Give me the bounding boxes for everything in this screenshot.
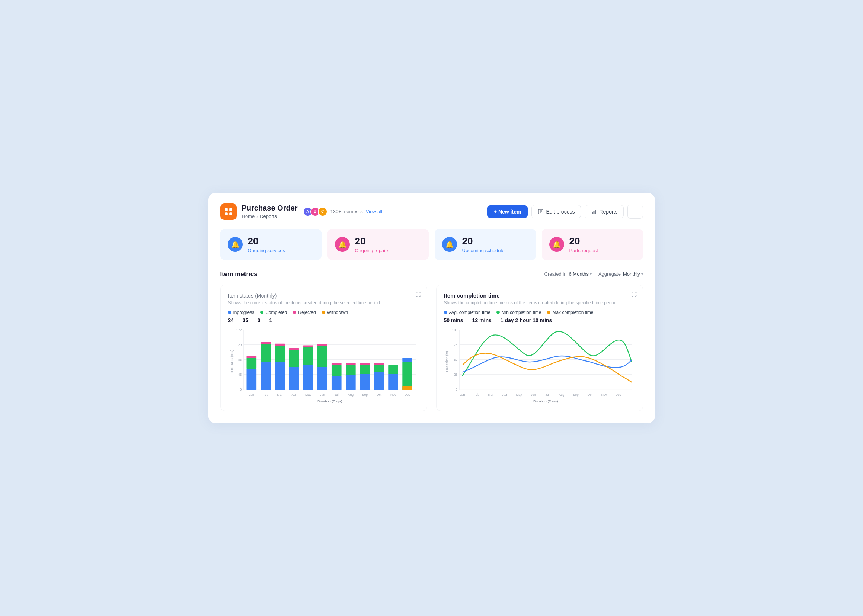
svg-text:Feb: Feb — [474, 393, 479, 396]
bell-icon: 🔔 — [442, 237, 457, 252]
svg-rect-2 — [225, 212, 228, 215]
view-all-link[interactable]: View all — [366, 209, 383, 214]
svg-text:50: 50 — [454, 358, 457, 361]
stat-number: 20 — [355, 236, 390, 247]
svg-text:Aug: Aug — [348, 393, 353, 396]
stat-min: 12 mins — [472, 317, 491, 323]
svg-rect-27 — [260, 344, 271, 361]
stat-inprogress: 24 — [228, 317, 234, 323]
expand-icon[interactable]: ⛶ — [632, 292, 637, 298]
line-chart-outer: 100 75 50 25 0 Time taken (hr) Jan Feb — [444, 326, 635, 405]
legend-dot-max — [547, 311, 550, 314]
stats-row: 🔔 20 Ongoing services 🔔 20 Ongoing repai… — [220, 229, 643, 260]
edit-process-button[interactable]: Edit process — [531, 205, 581, 218]
stat-number: 20 — [569, 236, 598, 247]
svg-rect-1 — [229, 208, 232, 211]
svg-text:Jan: Jan — [249, 393, 254, 396]
aggregate-select[interactable]: Monthly ▾ — [623, 271, 643, 277]
item-status-chart: ⛶ Item status (Monthly) Shows the curren… — [220, 284, 427, 411]
reports-button[interactable]: Reports — [585, 205, 624, 218]
stat-label: Ongoing repairs — [355, 248, 390, 253]
svg-rect-35 — [303, 365, 313, 390]
svg-rect-33 — [289, 350, 299, 367]
charts-row: ⛶ Item status (Monthly) Shows the curren… — [220, 284, 643, 411]
svg-text:May: May — [305, 393, 312, 396]
chart-subtitle: Shows the completion time metrics of the… — [444, 300, 635, 305]
svg-text:Nov: Nov — [601, 393, 607, 396]
svg-rect-49 — [360, 363, 370, 365]
svg-rect-50 — [374, 372, 384, 390]
svg-text:Jun: Jun — [530, 393, 535, 396]
new-item-button[interactable]: + New item — [487, 205, 528, 218]
breadcrumb-home[interactable]: Home — [242, 214, 255, 219]
stat-label: Parts request — [569, 248, 598, 253]
svg-text:86: 86 — [238, 358, 241, 361]
more-options-button[interactable]: ··· — [627, 204, 643, 219]
avatar-group: A B C — [303, 207, 328, 217]
svg-rect-8 — [592, 212, 593, 214]
breadcrumb-separator: › — [257, 214, 258, 219]
svg-rect-0 — [225, 208, 228, 211]
member-count: 130+ members — [331, 209, 363, 214]
stat-number: 20 — [248, 236, 285, 247]
bell-icon: 🔔 — [335, 237, 350, 252]
svg-text:Mar: Mar — [277, 393, 282, 396]
svg-rect-41 — [331, 376, 341, 390]
line-chart-svg: 100 75 50 25 0 Time taken (hr) Jan Feb — [444, 326, 635, 404]
expand-icon[interactable]: ⛶ — [416, 292, 421, 298]
bar-chart-svg: 172 129 86 43 0 Item status (nos) — [228, 326, 419, 404]
svg-text:172: 172 — [236, 328, 241, 332]
svg-text:Sep: Sep — [362, 393, 367, 396]
svg-text:0: 0 — [455, 388, 457, 391]
svg-text:Duration (Days): Duration (Days) — [317, 399, 342, 403]
stat-info: 20 Ongoing repairs — [355, 236, 390, 253]
svg-rect-54 — [388, 365, 398, 374]
svg-text:Apr: Apr — [291, 393, 296, 396]
svg-rect-37 — [303, 345, 313, 347]
svg-text:May: May — [516, 393, 522, 396]
svg-rect-9 — [594, 211, 595, 214]
chart-title: Item completion time — [444, 292, 635, 299]
svg-text:0: 0 — [240, 388, 241, 391]
svg-rect-10 — [595, 210, 596, 214]
svg-rect-25 — [246, 356, 257, 358]
metrics-controls: Created in 6 Months ▾ Aggregate Monthly … — [545, 271, 643, 277]
svg-rect-40 — [317, 344, 327, 346]
svg-rect-29 — [275, 361, 285, 390]
header-members: A B C 130+ members View all — [303, 207, 383, 217]
legend-avg: Avg. completion time — [444, 310, 490, 315]
header-right: + New item Edit process Reports ··· — [487, 204, 643, 219]
bar-chart-icon — [591, 209, 597, 215]
legend-completed: Completed — [260, 310, 287, 315]
app-icon — [220, 203, 237, 220]
svg-rect-46 — [346, 363, 356, 365]
breadcrumb: Home › Reports — [242, 214, 298, 219]
svg-text:43: 43 — [238, 373, 241, 376]
stat-info: 20 Parts request — [569, 236, 598, 253]
svg-text:Dec: Dec — [405, 393, 411, 396]
bell-icon: 🔔 — [549, 237, 564, 252]
svg-rect-3 — [229, 212, 232, 215]
svg-rect-42 — [331, 365, 341, 376]
header-left: Purchase Order Home › Reports A B C 130+… — [220, 203, 383, 220]
legend-dot-inprogress — [228, 311, 231, 314]
stat-card-ongoing-services: 🔔 20 Ongoing services — [220, 229, 321, 260]
stat-label: Ongoing services — [248, 248, 285, 253]
created-in-label: Created in — [545, 271, 567, 277]
svg-text:Oct: Oct — [587, 393, 592, 396]
svg-rect-30 — [275, 346, 285, 361]
legend-dot-completed — [260, 311, 263, 314]
chart-subtitle: Shows the current status of the items cr… — [228, 300, 419, 305]
metrics-title: Item metrics — [220, 270, 258, 278]
main-card: Purchase Order Home › Reports A B C 130+… — [208, 193, 655, 423]
svg-text:75: 75 — [454, 343, 457, 347]
stat-avg: 50 mins — [444, 317, 463, 323]
completion-time-chart: ⛶ Item completion time Shows the complet… — [436, 284, 643, 411]
stat-completed: 35 — [243, 317, 249, 323]
svg-text:Apr: Apr — [502, 393, 507, 396]
created-in-select[interactable]: 6 Months ▾ — [569, 271, 591, 277]
svg-rect-57 — [402, 387, 412, 390]
svg-rect-24 — [246, 358, 257, 369]
legend-dot-rejected — [293, 311, 296, 314]
svg-rect-52 — [374, 363, 384, 365]
